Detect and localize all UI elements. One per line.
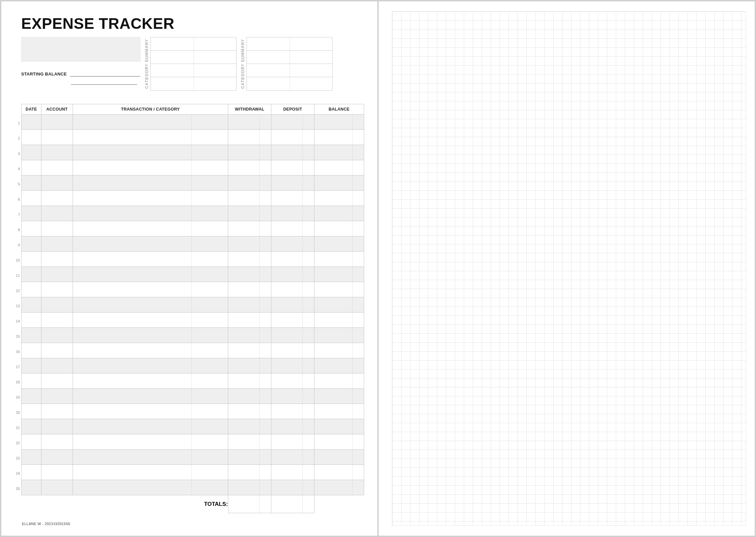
cell-account[interactable]	[41, 297, 73, 313]
cell-deposit[interactable]	[271, 328, 314, 343]
cell-balance[interactable]	[314, 389, 364, 404]
cell-withdrawal[interactable]	[228, 404, 271, 419]
cell-account[interactable]	[41, 175, 73, 191]
ledger-row[interactable]	[22, 358, 364, 373]
cell-account[interactable]	[41, 267, 73, 282]
cell-account[interactable]	[41, 236, 73, 252]
ledger-row[interactable]	[22, 206, 364, 221]
ledger-row[interactable]	[22, 252, 364, 267]
cell-withdrawal[interactable]	[228, 145, 271, 160]
cell-date[interactable]	[22, 191, 41, 206]
cell-transaction[interactable]	[73, 221, 228, 236]
cell-balance[interactable]	[314, 373, 364, 389]
cell-withdrawal[interactable]	[228, 252, 271, 267]
ledger-row[interactable]	[22, 282, 364, 297]
ledger-row[interactable]	[22, 160, 364, 175]
cell-account[interactable]	[41, 252, 73, 267]
cell-account[interactable]	[41, 221, 73, 236]
cell-balance[interactable]	[314, 434, 364, 450]
cell-deposit[interactable]	[271, 115, 314, 130]
totals-deposit[interactable]	[271, 495, 314, 513]
cell-balance[interactable]	[314, 465, 364, 480]
cell-transaction[interactable]	[73, 450, 228, 465]
cell-withdrawal[interactable]	[228, 358, 271, 373]
cell-date[interactable]	[22, 130, 41, 145]
cell-date[interactable]	[22, 145, 41, 160]
cell-transaction[interactable]	[73, 343, 228, 358]
cell-date[interactable]	[22, 221, 41, 236]
cell-withdrawal[interactable]	[228, 115, 271, 130]
cell-account[interactable]	[41, 404, 73, 419]
cell-withdrawal[interactable]	[228, 343, 271, 358]
ledger-row[interactable]	[22, 267, 364, 282]
cell-balance[interactable]	[314, 450, 364, 465]
cell-account[interactable]	[41, 328, 73, 343]
cell-account[interactable]	[41, 450, 73, 465]
cell-account[interactable]	[41, 419, 73, 434]
cell-withdrawal[interactable]	[228, 236, 271, 252]
cell-deposit[interactable]	[271, 465, 314, 480]
ledger-row[interactable]	[22, 236, 364, 252]
cell-date[interactable]	[22, 297, 41, 313]
cell-account[interactable]	[41, 130, 73, 145]
cell-date[interactable]	[22, 175, 41, 191]
ledger-row[interactable]	[22, 343, 364, 358]
cell-date[interactable]	[22, 206, 41, 221]
ledger-row[interactable]	[22, 419, 364, 434]
cell-balance[interactable]	[314, 252, 364, 267]
cell-withdrawal[interactable]	[228, 206, 271, 221]
cell-deposit[interactable]	[271, 160, 314, 175]
cell-date[interactable]	[22, 343, 41, 358]
starting-balance-line[interactable]	[70, 72, 140, 76]
cell-transaction[interactable]	[73, 115, 228, 130]
cell-balance[interactable]	[314, 404, 364, 419]
cell-transaction[interactable]	[73, 206, 228, 221]
cell-balance[interactable]	[314, 160, 364, 175]
cell-account[interactable]	[41, 358, 73, 373]
secondary-balance-line[interactable]	[71, 84, 137, 85]
cell-date[interactable]	[22, 160, 41, 175]
cell-date[interactable]	[22, 404, 41, 419]
cell-deposit[interactable]	[271, 450, 314, 465]
cell-balance[interactable]	[314, 328, 364, 343]
category-summary-grid-1[interactable]	[150, 37, 237, 91]
graph-paper-grid[interactable]	[392, 11, 746, 526]
cell-withdrawal[interactable]	[228, 130, 271, 145]
cell-balance[interactable]	[314, 130, 364, 145]
cell-date[interactable]	[22, 465, 41, 480]
cell-balance[interactable]	[314, 297, 364, 313]
cell-deposit[interactable]	[271, 389, 314, 404]
cell-balance[interactable]	[314, 267, 364, 282]
cell-date[interactable]	[22, 267, 41, 282]
cell-transaction[interactable]	[73, 297, 228, 313]
cell-transaction[interactable]	[73, 191, 228, 206]
ledger-row[interactable]	[22, 328, 364, 343]
cell-balance[interactable]	[314, 175, 364, 191]
ledger-row[interactable]	[22, 175, 364, 191]
ledger-row[interactable]	[22, 434, 364, 450]
cell-deposit[interactable]	[271, 252, 314, 267]
ledger-row[interactable]	[22, 404, 364, 419]
cell-deposit[interactable]	[271, 480, 314, 495]
cell-withdrawal[interactable]	[228, 175, 271, 191]
cell-deposit[interactable]	[271, 206, 314, 221]
cell-transaction[interactable]	[73, 313, 228, 328]
cell-withdrawal[interactable]	[228, 434, 271, 450]
cell-account[interactable]	[41, 434, 73, 450]
cell-transaction[interactable]	[73, 267, 228, 282]
cell-date[interactable]	[22, 389, 41, 404]
cell-transaction[interactable]	[73, 419, 228, 434]
ledger-row[interactable]	[22, 373, 364, 389]
cell-deposit[interactable]	[271, 297, 314, 313]
cell-account[interactable]	[41, 480, 73, 495]
cell-transaction[interactable]	[73, 160, 228, 175]
cell-account[interactable]	[41, 282, 73, 297]
cell-date[interactable]	[22, 434, 41, 450]
cell-account[interactable]	[41, 343, 73, 358]
cell-deposit[interactable]	[271, 145, 314, 160]
cell-deposit[interactable]	[271, 434, 314, 450]
cell-deposit[interactable]	[271, 267, 314, 282]
cell-deposit[interactable]	[271, 358, 314, 373]
cell-account[interactable]	[41, 191, 73, 206]
cell-date[interactable]	[22, 328, 41, 343]
